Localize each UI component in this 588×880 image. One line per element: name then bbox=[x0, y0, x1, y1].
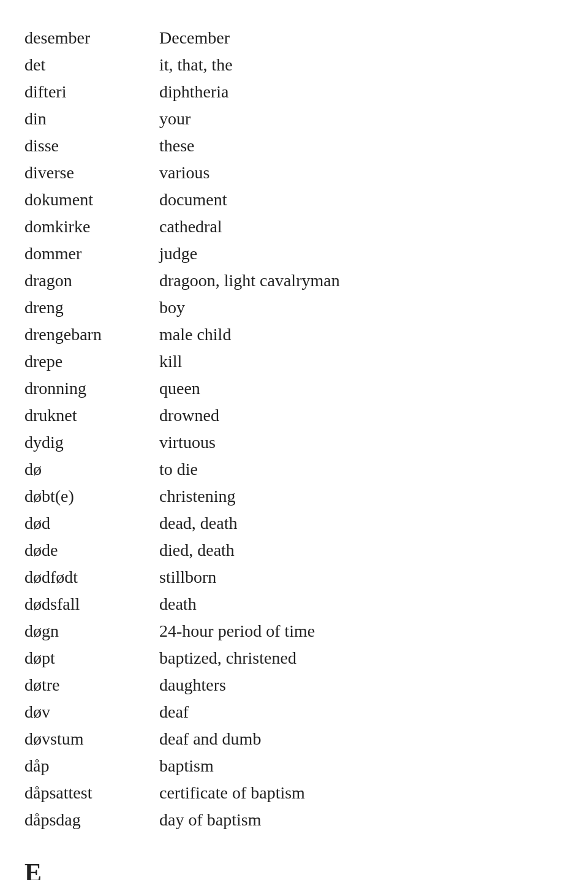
e-section-header: E bbox=[24, 858, 564, 880]
english-translation: drowned bbox=[159, 402, 564, 429]
table-row: døvstum deaf and dumb bbox=[24, 726, 564, 753]
danish-term: det bbox=[24, 51, 159, 78]
english-translation: December bbox=[159, 25, 564, 51]
table-row: disse these bbox=[24, 132, 564, 159]
table-row: døtre daughters bbox=[24, 672, 564, 699]
danish-term: drengebarn bbox=[24, 321, 159, 348]
table-row: diverse various bbox=[24, 159, 564, 186]
danish-term: dødsfall bbox=[24, 591, 159, 618]
danish-term: difteri bbox=[24, 78, 159, 105]
danish-term: dydig bbox=[24, 429, 159, 456]
table-row: døpt baptized, christened bbox=[24, 645, 564, 672]
danish-term: døtre bbox=[24, 672, 159, 699]
table-row: dåp baptism bbox=[24, 753, 564, 779]
english-translation: dragoon, light cavalryman bbox=[159, 267, 564, 294]
table-row: drengebarn male child bbox=[24, 321, 564, 348]
danish-term: drepe bbox=[24, 348, 159, 375]
english-translation: day of baptism bbox=[159, 806, 564, 833]
table-row: det it, that, the bbox=[24, 51, 564, 78]
danish-term: døbt(e) bbox=[24, 483, 159, 510]
danish-term: døgn bbox=[24, 618, 159, 645]
table-row: domkirke cathedral bbox=[24, 213, 564, 240]
english-translation: daughters bbox=[159, 672, 564, 699]
table-row: dåpsattest certificate of baptism bbox=[24, 779, 564, 806]
english-translation: christening bbox=[159, 483, 564, 510]
english-translation: deaf and dumb bbox=[159, 726, 564, 753]
table-row: dø to die bbox=[24, 456, 564, 483]
table-row: dødfødt stillborn bbox=[24, 564, 564, 591]
danish-term: din bbox=[24, 105, 159, 132]
danish-term: disse bbox=[24, 132, 159, 159]
danish-term: dåpsdag bbox=[24, 806, 159, 833]
danish-term: dreng bbox=[24, 294, 159, 321]
table-row: druknet drowned bbox=[24, 402, 564, 429]
table-row: din your bbox=[24, 105, 564, 132]
english-translation: judge bbox=[159, 240, 564, 267]
danish-term: desember bbox=[24, 25, 159, 51]
danish-term: diverse bbox=[24, 159, 159, 186]
danish-term: døpt bbox=[24, 645, 159, 672]
table-row: dødsfall death bbox=[24, 591, 564, 618]
english-translation: virtuous bbox=[159, 429, 564, 456]
danish-term: dødfødt bbox=[24, 564, 159, 591]
english-translation: diphtheria bbox=[159, 78, 564, 105]
danish-term: døde bbox=[24, 537, 159, 564]
table-row: døgn 24-hour period of time bbox=[24, 618, 564, 645]
danish-term: død bbox=[24, 510, 159, 537]
table-row: difteri diphtheria bbox=[24, 78, 564, 105]
table-row: døbt(e) christening bbox=[24, 483, 564, 510]
english-translation: it, that, the bbox=[159, 51, 564, 78]
english-translation: stillborn bbox=[159, 564, 564, 591]
glossary-container: desember December det it, that, the dift… bbox=[24, 25, 564, 880]
table-row: dommer judge bbox=[24, 240, 564, 267]
danish-term: dø bbox=[24, 456, 159, 483]
danish-term: døvstum bbox=[24, 726, 159, 753]
danish-term: dronning bbox=[24, 375, 159, 402]
table-row: dragon dragoon, light cavalryman bbox=[24, 267, 564, 294]
english-translation: deaf bbox=[159, 699, 564, 726]
danish-term: druknet bbox=[24, 402, 159, 429]
english-translation: certificate of baptism bbox=[159, 779, 564, 806]
english-translation: male child bbox=[159, 321, 564, 348]
table-row: dronning queen bbox=[24, 375, 564, 402]
danish-term: dragon bbox=[24, 267, 159, 294]
danish-term: dokument bbox=[24, 186, 159, 213]
table-row: døde died, death bbox=[24, 537, 564, 564]
table-row: drepe kill bbox=[24, 348, 564, 375]
danish-term: dåp bbox=[24, 753, 159, 779]
english-translation: boy bbox=[159, 294, 564, 321]
table-row: død dead, death bbox=[24, 510, 564, 537]
danish-term: dåpsattest bbox=[24, 779, 159, 806]
english-translation: your bbox=[159, 105, 564, 132]
english-translation: death bbox=[159, 591, 564, 618]
danish-term: domkirke bbox=[24, 213, 159, 240]
english-translation: baptized, christened bbox=[159, 645, 564, 672]
danish-term: dommer bbox=[24, 240, 159, 267]
english-translation: various bbox=[159, 159, 564, 186]
english-translation: queen bbox=[159, 375, 564, 402]
danish-term: døv bbox=[24, 699, 159, 726]
table-row: døv deaf bbox=[24, 699, 564, 726]
table-row: dreng boy bbox=[24, 294, 564, 321]
table-row: desember December bbox=[24, 25, 564, 51]
english-translation: kill bbox=[159, 348, 564, 375]
english-translation: baptism bbox=[159, 753, 564, 779]
table-row: dåpsdag day of baptism bbox=[24, 806, 564, 833]
english-translation: cathedral bbox=[159, 213, 564, 240]
english-translation: document bbox=[159, 186, 564, 213]
d-section-table: desember December det it, that, the dift… bbox=[24, 25, 564, 833]
english-translation: died, death bbox=[159, 537, 564, 564]
english-translation: dead, death bbox=[159, 510, 564, 537]
english-translation: these bbox=[159, 132, 564, 159]
table-row: dydig virtuous bbox=[24, 429, 564, 456]
english-translation: to die bbox=[159, 456, 564, 483]
english-translation: 24-hour period of time bbox=[159, 618, 564, 645]
table-row: dokument document bbox=[24, 186, 564, 213]
